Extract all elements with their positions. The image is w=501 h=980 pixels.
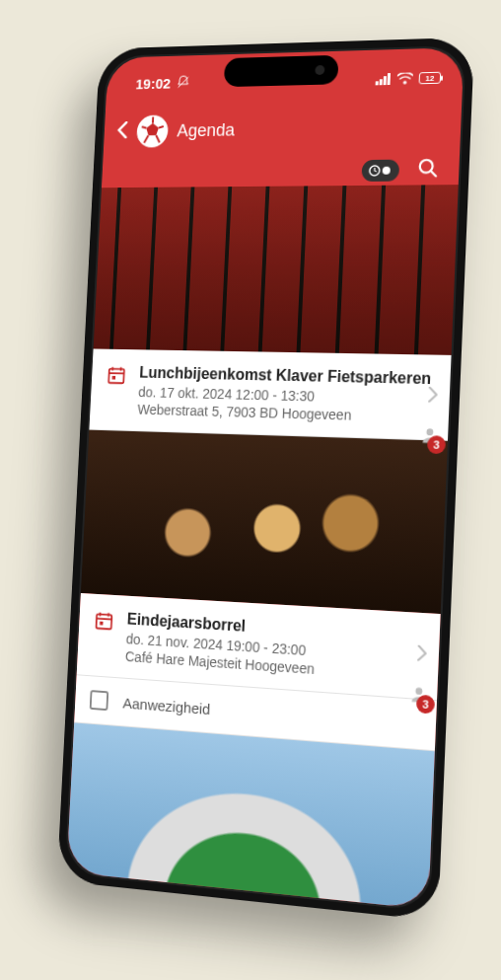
svg-rect-3 xyxy=(388,73,392,85)
agenda-list[interactable]: Lunchbijeenkomst Klaver Fietsparkeren do… xyxy=(66,185,458,909)
device-notch xyxy=(223,55,338,87)
bell-mute-icon xyxy=(176,74,191,90)
phone-frame: 19:02 12 xyxy=(57,38,474,921)
app-screen: 19:02 12 xyxy=(66,47,464,910)
app-top-bar: Agenda xyxy=(104,103,463,157)
svg-line-9 xyxy=(430,171,436,177)
svg-point-21 xyxy=(415,688,422,695)
attendance-checkbox[interactable] xyxy=(90,690,109,711)
attendee-badge[interactable]: 3 xyxy=(408,684,430,710)
status-time: 19:02 xyxy=(135,75,171,92)
event-image xyxy=(94,185,459,355)
event-card[interactable]: Lunchbijeenkomst Klaver Fietsparkeren do… xyxy=(89,348,451,440)
svg-point-15 xyxy=(426,428,433,435)
wifi-icon xyxy=(396,72,413,84)
svg-rect-16 xyxy=(96,614,111,629)
calendar-icon xyxy=(94,610,114,633)
chevron-right-icon xyxy=(427,387,438,409)
attendance-label: Aanwezigheid xyxy=(122,694,210,717)
attendee-badge[interactable]: 3 xyxy=(419,425,440,450)
history-toggle[interactable] xyxy=(361,160,399,182)
event-image xyxy=(66,722,434,909)
svg-line-17 xyxy=(97,619,111,620)
svg-rect-18 xyxy=(100,622,104,626)
chevron-right-icon xyxy=(416,644,427,666)
page-title: Agenda xyxy=(177,119,235,140)
battery-level: 12 xyxy=(425,73,434,82)
svg-rect-10 xyxy=(108,369,124,384)
event-image xyxy=(81,430,448,614)
calendar-icon xyxy=(106,364,126,386)
svg-rect-1 xyxy=(380,79,383,85)
search-button[interactable] xyxy=(416,157,439,183)
back-button[interactable] xyxy=(116,121,128,143)
svg-rect-0 xyxy=(376,81,379,85)
svg-rect-2 xyxy=(384,76,387,85)
battery-icon: 12 xyxy=(419,72,442,85)
signal-icon xyxy=(376,73,392,85)
svg-point-7 xyxy=(383,167,391,175)
svg-rect-12 xyxy=(112,376,116,380)
app-logo-icon xyxy=(136,114,169,147)
